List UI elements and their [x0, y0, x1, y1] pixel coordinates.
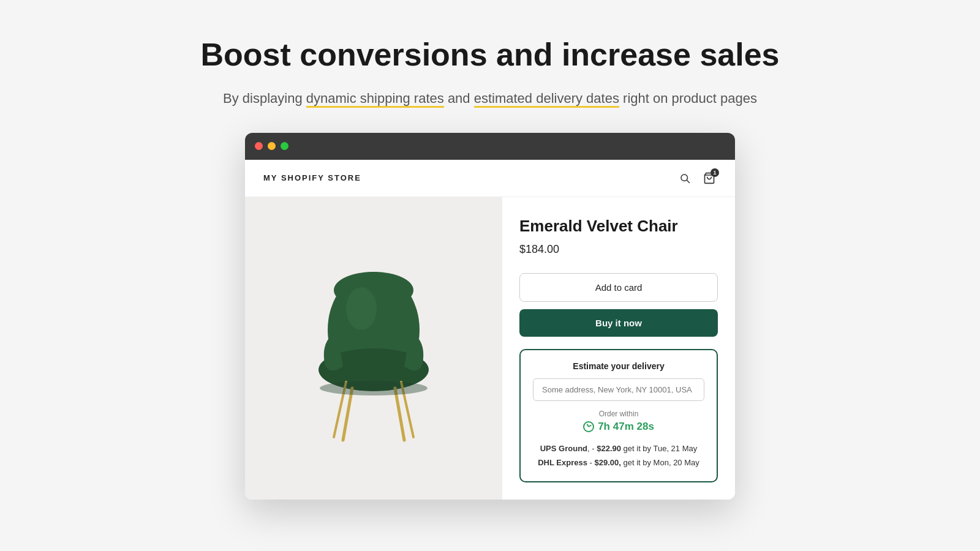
subtitle-link-shipping: dynamic shipping rates	[306, 91, 444, 106]
svg-point-10	[320, 381, 428, 395]
browser-content: MY SHOPIFY STORE 1	[245, 160, 735, 500]
delivery-card: Estimate your delivery Order within 7h 4…	[519, 349, 718, 482]
buy-now-button[interactable]: Buy it now	[519, 309, 718, 337]
subtitle-middle: and	[444, 91, 474, 106]
product-title: Emerald Velvet Chair	[519, 217, 718, 236]
svg-point-11	[346, 287, 377, 330]
countdown-value: 7h 47m 28s	[598, 421, 654, 433]
cart-icon[interactable]: 1	[702, 171, 717, 186]
svg-line-6	[343, 388, 352, 440]
shipping-option-ups: UPS Ground, - $22.90 get it by Tue, 21 M…	[533, 441, 704, 455]
subtitle-link-delivery: estimated delivery dates	[474, 91, 619, 106]
subtitle-before: By displaying	[223, 91, 306, 106]
clock-icon	[583, 421, 594, 432]
svg-line-7	[395, 388, 404, 440]
product-price: $184.00	[519, 243, 718, 256]
store-name: MY SHOPIFY STORE	[263, 173, 361, 182]
add-to-card-button[interactable]: Add to card	[519, 273, 718, 302]
countdown-timer: 7h 47m 28s	[533, 421, 704, 433]
svg-line-1	[687, 181, 690, 183]
svg-point-0	[681, 174, 688, 181]
product-image	[288, 250, 459, 446]
shipping-options: UPS Ground, - $22.90 get it by Tue, 21 M…	[533, 441, 704, 470]
product-area: Emerald Velvet Chair $184.00 Add to card…	[245, 197, 735, 500]
cart-badge: 1	[710, 168, 719, 177]
browser-dot-red[interactable]	[255, 142, 263, 150]
shipping-option-dhl: DHL Express - $29.00, get it by Mon, 20 …	[533, 455, 704, 470]
browser-window: MY SHOPIFY STORE 1	[245, 133, 735, 500]
page-title: Boost conversions and increase sales	[200, 37, 779, 73]
browser-dot-yellow[interactable]	[268, 142, 276, 150]
subtitle-after: right on product pages	[619, 91, 757, 106]
dhl-price: $29.00,	[594, 458, 620, 467]
ups-price: $22.90	[597, 444, 621, 453]
ups-delivery: get it by Tue, 21 May	[624, 444, 698, 453]
browser-dot-green[interactable]	[281, 142, 288, 150]
ups-carrier: UPS Ground	[540, 444, 587, 453]
search-icon[interactable]	[677, 171, 692, 186]
product-image-area	[245, 197, 502, 500]
store-header: MY SHOPIFY STORE 1	[245, 160, 735, 197]
delivery-card-title: Estimate your delivery	[533, 361, 704, 371]
dhl-carrier: DHL Express	[538, 458, 587, 467]
hero-subtitle: By displaying dynamic shipping rates and…	[223, 88, 757, 108]
product-details: Emerald Velvet Chair $184.00 Add to card…	[502, 197, 735, 500]
dhl-delivery: get it by Mon, 20 May	[623, 458, 699, 467]
order-within-label: Order within	[533, 410, 704, 418]
address-input[interactable]	[533, 378, 704, 401]
store-icons: 1	[677, 171, 717, 186]
browser-titlebar	[245, 133, 735, 160]
